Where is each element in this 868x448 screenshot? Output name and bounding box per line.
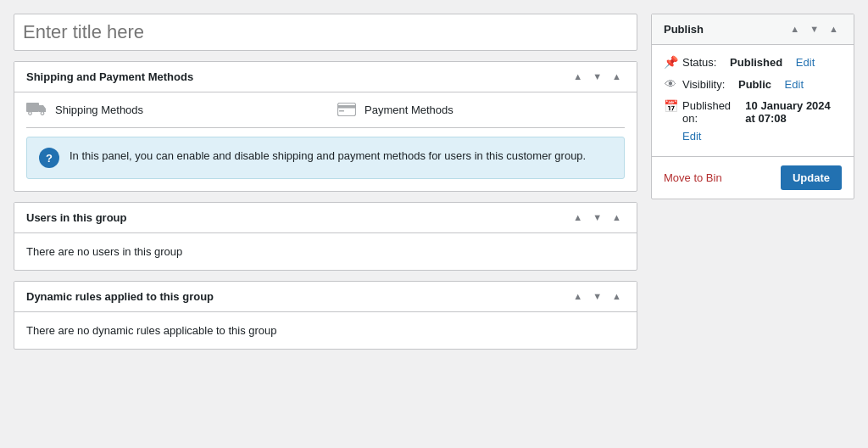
visibility-edit-link[interactable]: Edit (785, 78, 804, 91)
shipping-payment-panel-header: Shipping and Payment Methods ▲ ▼ ▲ (14, 62, 637, 92)
card-icon (337, 102, 356, 119)
truck-icon (26, 101, 47, 119)
svg-point-2 (41, 112, 44, 115)
published-label: Published on: (682, 99, 732, 125)
users-panel-header: Users in this group ▲ ▼ ▲ (14, 203, 637, 233)
publish-body: 📌 Status: Published Edit 👁 Visibility: P… (652, 45, 854, 156)
move-to-bin-link[interactable]: Move to Bin (664, 171, 722, 184)
shipping-payment-panel-title: Shipping and Payment Methods (26, 70, 193, 83)
publish-down-button[interactable]: ▼ (806, 23, 822, 36)
publish-panel: Publish ▲ ▼ ▲ 📌 Status: Published Edit (651, 14, 854, 199)
dynamic-rules-down-button[interactable]: ▼ (589, 290, 605, 303)
info-icon: ? (39, 148, 59, 168)
visibility-label: Visibility: (682, 78, 725, 91)
dynamic-rules-up-button[interactable]: ▲ (570, 290, 586, 303)
published-date: 10 January 2024 at 07:08 (745, 99, 842, 125)
status-edit-link[interactable]: Edit (796, 56, 815, 69)
pin-icon: 📌 (664, 55, 677, 69)
visibility-value: Public (738, 78, 771, 91)
panel-up-button[interactable]: ▲ (570, 70, 586, 83)
dynamic-rules-panel-header: Dynamic rules applied to this group ▲ ▼ … (14, 282, 637, 312)
panel-divider (26, 127, 625, 128)
shipping-methods-item[interactable]: Shipping Methods (14, 92, 326, 127)
users-panel-title: Users in this group (26, 211, 126, 224)
users-panel-controls: ▲ ▼ ▲ (570, 211, 625, 224)
dynamic-rules-empty-text: There are no dynamic rules applicable to… (14, 312, 637, 349)
users-panel: Users in this group ▲ ▼ ▲ There are no u… (14, 202, 637, 271)
visibility-row: 👁 Visibility: Public Edit (664, 77, 842, 91)
payment-methods-label: Payment Methods (364, 104, 453, 116)
dynamic-rules-panel: Dynamic rules applied to this group ▲ ▼ … (14, 281, 637, 350)
publish-panel-title: Publish (664, 23, 704, 36)
update-button[interactable]: Update (781, 165, 842, 190)
svg-rect-4 (337, 105, 356, 109)
dynamic-rules-collapse-button[interactable]: ▲ (609, 290, 625, 303)
calendar-icon: 📅 (664, 99, 677, 113)
panel-controls: ▲ ▼ ▲ (570, 70, 625, 83)
dynamic-rules-panel-title: Dynamic rules applied to this group (26, 290, 214, 303)
status-value: Published (730, 56, 782, 69)
svg-rect-0 (26, 103, 39, 112)
eye-icon: 👁 (664, 77, 677, 91)
users-panel-up-button[interactable]: ▲ (570, 211, 586, 224)
dynamic-rules-panel-controls: ▲ ▼ ▲ (570, 290, 625, 303)
publish-panel-controls: ▲ ▼ ▲ (787, 23, 842, 36)
info-box: ? In this panel, you can enable and disa… (26, 137, 625, 179)
methods-grid: Shipping Methods Payment Methods (14, 92, 637, 127)
info-text: In this panel, you can enable and disabl… (70, 148, 586, 165)
users-empty-text: There are no users in this group (14, 233, 637, 270)
svg-rect-5 (339, 110, 344, 112)
shipping-methods-label: Shipping Methods (55, 104, 143, 116)
status-row: 📌 Status: Published Edit (664, 55, 842, 69)
svg-rect-3 (338, 103, 356, 115)
panel-down-button[interactable]: ▼ (589, 70, 605, 83)
publish-footer: Move to Bin Update (652, 156, 854, 199)
payment-methods-item[interactable]: Payment Methods (326, 92, 637, 127)
shipping-payment-panel: Shipping and Payment Methods ▲ ▼ ▲ (14, 61, 637, 192)
status-label: Status: (682, 56, 716, 69)
publish-panel-header: Publish ▲ ▼ ▲ (652, 14, 854, 45)
svg-point-1 (29, 112, 32, 115)
publish-up-button[interactable]: ▲ (787, 23, 803, 36)
published-date-row: 📅 Published on: 10 January 2024 at 07:08 (664, 99, 842, 125)
page-title-input[interactable]: Dummy (14, 14, 637, 51)
panel-collapse-button[interactable]: ▲ (609, 70, 625, 83)
users-panel-collapse-button[interactable]: ▲ (609, 211, 625, 224)
publish-collapse-button[interactable]: ▲ (826, 23, 842, 36)
users-panel-down-button[interactable]: ▼ (589, 211, 605, 224)
published-edit-link[interactable]: Edit (682, 130, 701, 143)
